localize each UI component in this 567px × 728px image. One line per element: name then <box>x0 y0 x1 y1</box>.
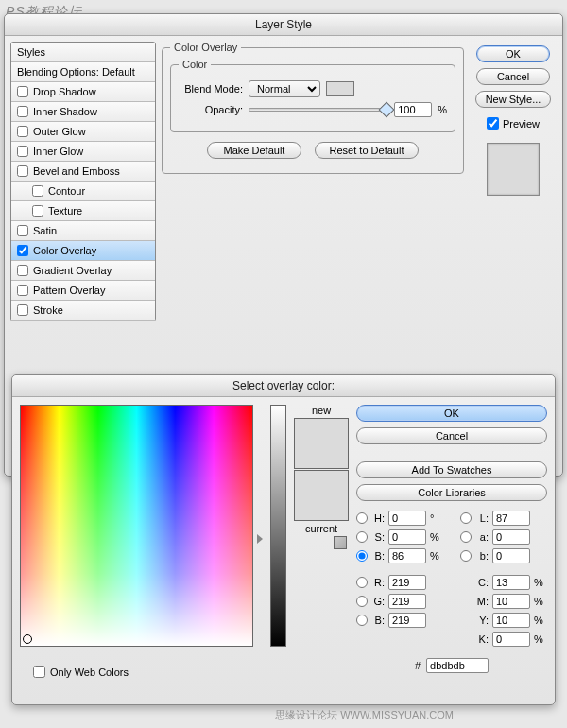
input-k[interactable] <box>492 632 530 647</box>
checkbox[interactable] <box>17 225 28 236</box>
blend-mode-label: Blend Mode: <box>179 83 243 95</box>
hex-input[interactable] <box>426 658 489 673</box>
checkbox[interactable] <box>33 666 45 678</box>
label-h: H: <box>371 512 385 524</box>
field-arrows <box>257 405 263 673</box>
style-label: Stroke <box>33 304 63 316</box>
opacity-slider[interactable] <box>249 108 388 112</box>
new-style-button[interactable]: New Style... <box>475 91 552 108</box>
current-color-swatch[interactable] <box>294 470 349 521</box>
radio-l[interactable] <box>460 512 472 524</box>
group-legend: Color Overlay <box>170 42 241 53</box>
slider-thumb-icon[interactable] <box>379 102 395 118</box>
style-label: Drop Shadow <box>33 86 96 97</box>
checkbox[interactable] <box>17 285 28 296</box>
style-label: Bevel and Emboss <box>33 165 120 177</box>
input-a[interactable] <box>492 529 530 545</box>
color-libraries-button[interactable]: Color Libraries <box>356 484 547 501</box>
input-l[interactable] <box>492 511 530 526</box>
checkbox[interactable] <box>17 304 28 316</box>
layer-style-title: Layer Style <box>5 14 562 36</box>
style-drop-shadow[interactable]: Drop Shadow <box>11 82 155 102</box>
hue-slider[interactable] <box>270 405 286 647</box>
label-k: K: <box>475 633 489 645</box>
input-m[interactable] <box>492 594 530 609</box>
radio-s[interactable] <box>356 531 368 543</box>
radio-g[interactable] <box>356 596 368 607</box>
only-web-colors[interactable]: Only Web Colors <box>33 666 129 678</box>
radio-b[interactable] <box>356 550 368 562</box>
checkbox[interactable] <box>17 245 28 256</box>
checkbox[interactable] <box>32 205 43 217</box>
style-label: Texture <box>48 205 82 217</box>
style-inner-shadow[interactable]: Inner Shadow <box>11 102 155 122</box>
radio-a[interactable] <box>460 531 472 543</box>
style-contour[interactable]: Contour <box>11 182 155 201</box>
picker-cancel-button[interactable]: Cancel <box>356 427 547 444</box>
radio-bb[interactable] <box>460 550 472 562</box>
reset-default-button[interactable]: Reset to Default <box>315 142 419 159</box>
pct-suffix: % <box>534 615 547 626</box>
pct-suffix: % <box>534 577 547 588</box>
hex-prefix: # <box>415 660 421 671</box>
blend-mode-select[interactable]: Normal <box>249 80 320 97</box>
radio-r[interactable] <box>356 577 368 588</box>
checkbox[interactable] <box>17 146 28 157</box>
style-label: Contour <box>48 185 85 197</box>
style-inner-glow[interactable]: Inner Glow <box>11 142 155 162</box>
checkbox[interactable] <box>17 106 28 117</box>
picker-ok-button[interactable]: OK <box>356 405 547 422</box>
add-to-swatches-button[interactable]: Add To Swatches <box>356 461 547 478</box>
style-label: Outer Glow <box>33 126 86 137</box>
color-overlay-group: Color Overlay Color Blend Mode: Normal O… <box>162 42 464 174</box>
blending-header[interactable]: Blending Options: Default <box>11 62 155 82</box>
style-color-overlay[interactable]: Color Overlay <box>11 241 155 261</box>
style-label: Gradient Overlay <box>33 265 112 276</box>
opacity-label: Opacity: <box>179 104 243 115</box>
input-b[interactable] <box>388 548 426 563</box>
style-label: Inner Shadow <box>33 106 97 117</box>
label-l: L: <box>475 512 489 524</box>
input-y[interactable] <box>492 613 530 628</box>
input-h[interactable] <box>388 511 426 526</box>
checkbox[interactable] <box>17 86 28 97</box>
opacity-input[interactable] <box>394 102 432 117</box>
style-pattern-overlay[interactable]: Pattern Overlay <box>11 281 155 301</box>
input-s[interactable] <box>388 529 426 545</box>
label-bb: b: <box>475 550 489 562</box>
styles-header[interactable]: Styles <box>11 43 155 62</box>
color-picker-window: Select overlay color: new current OK Can… <box>11 374 556 705</box>
label-y: Y: <box>475 615 489 626</box>
picker-title: Select overlay color: <box>12 375 555 397</box>
style-satin[interactable]: Satin <box>11 221 155 241</box>
checkbox[interactable] <box>17 265 28 276</box>
preview-swatch <box>487 143 540 196</box>
input-bl[interactable] <box>388 613 426 628</box>
style-label: Pattern Overlay <box>33 285 105 296</box>
input-r[interactable] <box>388 575 426 590</box>
color-field[interactable] <box>20 405 253 647</box>
input-c[interactable] <box>492 575 530 590</box>
style-stroke[interactable]: Stroke <box>11 301 155 321</box>
cube-icon[interactable] <box>334 536 347 549</box>
style-gradient-overlay[interactable]: Gradient Overlay <box>11 261 155 281</box>
overlay-color-swatch[interactable] <box>326 81 354 96</box>
checkbox[interactable] <box>487 117 499 130</box>
ok-button[interactable]: OK <box>476 45 550 62</box>
make-default-button[interactable]: Make Default <box>207 142 301 159</box>
cancel-button[interactable]: Cancel <box>476 68 550 85</box>
label-b: B: <box>371 550 385 562</box>
preview-checkbox[interactable]: Preview <box>487 117 540 130</box>
checkbox[interactable] <box>32 185 43 197</box>
watermark-bottom: 思缘设计论坛 WWW.MISSYUAN.COM <box>275 708 454 722</box>
label-g: G: <box>371 596 385 607</box>
style-bevel-emboss[interactable]: Bevel and Emboss <box>11 162 155 182</box>
radio-h[interactable] <box>356 512 368 524</box>
style-outer-glow[interactable]: Outer Glow <box>11 122 155 142</box>
style-texture[interactable]: Texture <box>11 201 155 221</box>
input-g[interactable] <box>388 594 426 609</box>
checkbox[interactable] <box>17 165 28 177</box>
checkbox[interactable] <box>17 126 28 137</box>
input-bb[interactable] <box>492 548 530 563</box>
radio-bl[interactable] <box>356 615 368 626</box>
